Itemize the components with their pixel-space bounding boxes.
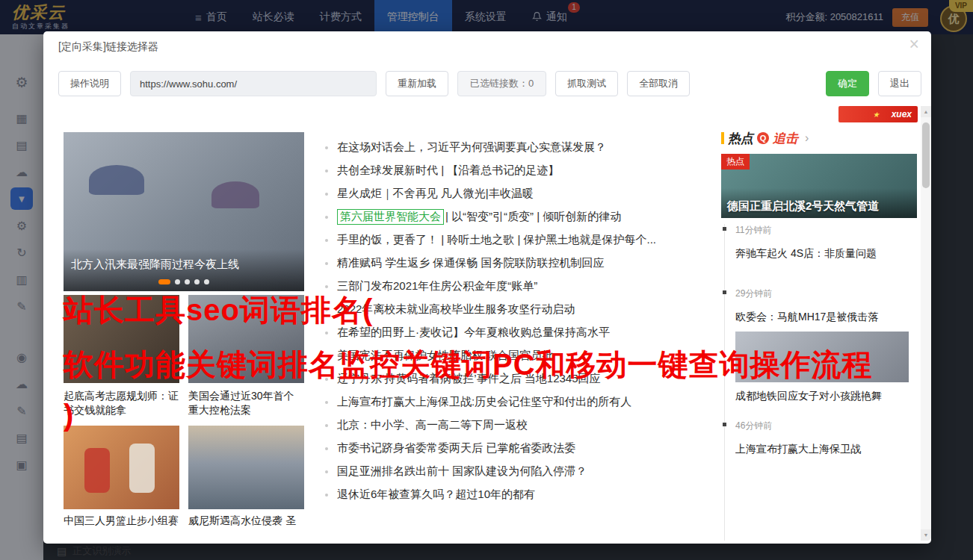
bullet-icon	[325, 494, 328, 497]
timeline-timestamp: 11分钟前	[735, 224, 912, 237]
help-button[interactable]: 操作说明	[58, 71, 121, 96]
carousel-dot[interactable]	[194, 279, 200, 284]
news-link[interactable]: 共创全球发展新时代 | 【沿着总书记的足迹】	[325, 159, 719, 182]
news-link[interactable]: 美国宪法不再保护女性堕胎权 联合国官员批	[325, 344, 719, 367]
timeline-link[interactable]: 欧委会：马航MH17是被俄击落	[735, 311, 912, 324]
carousel-dots	[64, 279, 304, 284]
news-image[interactable]	[188, 295, 304, 383]
carousel-dot[interactable]	[185, 279, 190, 284]
news-list: 在这场对话会上，习近平为何强调要真心实意谋发展？ 共创全球发展新时代 | 【沿着…	[325, 136, 719, 506]
bullet-icon	[325, 216, 328, 219]
hot-main-card[interactable]: 热点 德国正重启北溪2号天然气管道	[721, 154, 917, 218]
bullet-icon	[325, 262, 328, 265]
news-image[interactable]	[64, 295, 179, 383]
news-link[interactable]: 上海宣布打赢大上海保卫战:历史会记住坚守和付出的所有人	[325, 391, 719, 414]
reload-button[interactable]: 重新加载	[386, 71, 448, 96]
cancel-all-button[interactable]: 全部取消	[627, 71, 690, 96]
vertical-scrollbar[interactable]: ▲ ▼	[921, 106, 931, 541]
bullet-icon	[325, 447, 328, 450]
bullet-icon	[325, 355, 328, 358]
hot-panel: 热点 Q 追击 › 热点 德国正重启北溪2号天然气管道 11分钟前 奔驰车起火 …	[721, 130, 917, 146]
hot-title-suffix: 追击	[773, 130, 798, 147]
bullet-icon	[325, 146, 328, 149]
news-link[interactable]: 2022年离校未就业高校毕业生服务攻坚行动启动	[325, 298, 719, 321]
news-card-title[interactable]: 美国会通过近30年首个重大控枪法案	[188, 389, 304, 417]
news-link[interactable]: 星火成炬｜不舍再见 凡人微光|丰收温暖	[325, 182, 719, 205]
selected-count: 已选链接数：0	[457, 71, 546, 96]
news-link[interactable]: 退休近6年被查算久吗？超过10年的都有	[325, 483, 719, 506]
timeline-link[interactable]: 上海宣布打赢大上海保卫战	[735, 443, 912, 456]
news-link[interactable]: 市委书记跻身省委常委两天后 已掌舵省委政法委	[325, 437, 719, 460]
bullet-icon	[325, 308, 328, 311]
carousel-dot[interactable]	[204, 279, 209, 284]
modal-title: [定向采集]链接选择器	[58, 40, 158, 54]
bullet-icon	[325, 470, 328, 473]
bullet-icon	[325, 285, 328, 288]
news-link-selected[interactable]: 第六届世界智能大会 | 以“智变”引“质变” | 倾听创新的律动	[325, 205, 719, 228]
hot-title-prefix: 热点	[728, 130, 753, 147]
news-card-title[interactable]: 威尼斯遇高水位侵袭 圣	[188, 514, 305, 528]
url-input[interactable]	[130, 71, 377, 96]
news-link[interactable]: 在希望的田野上·麦收记】今年夏粮收购总量保持高水平	[325, 321, 719, 344]
hot-tag: 热点	[721, 154, 750, 169]
news-link[interactable]: 三部门发布2021年住房公积金年度“账单”	[325, 275, 719, 298]
news-card-title[interactable]: 中国三人男篮止步小组赛	[64, 514, 183, 528]
scrollbar-thumb[interactable]	[922, 122, 930, 188]
timeline-link[interactable]: 奔驰车起火 4S店：非质量问题	[735, 247, 912, 261]
accent-bar	[721, 132, 724, 144]
scroll-down-icon[interactable]: ▼	[921, 529, 931, 541]
link-selector-modal: [定向采集]链接选择器 × 操作说明 重新加载 已选链接数：0 抓取测试 全部取…	[43, 31, 931, 544]
news-link[interactable]: 在这场对话会上，习近平为何强调要真心实意谋发展？	[325, 136, 719, 159]
exit-button[interactable]: 退出	[878, 71, 921, 96]
news-link[interactable]: 国足亚洲排名跌出前十 国家队建设为何陷入停滞？	[325, 460, 719, 483]
bullet-icon	[325, 424, 328, 427]
hot-timeline: 11分钟前 奔驰车起火 4S店：非质量问题 29分钟前 欧委会：马航MH17是被…	[724, 224, 912, 541]
promo-banner-text: xuex	[892, 109, 912, 119]
news-link[interactable]: 精准赋码 学生返乡 保通保畅 国务院联防联控机制回应	[325, 252, 719, 275]
bullet-icon	[325, 401, 328, 404]
news-thumbnail[interactable]	[735, 332, 909, 382]
close-icon[interactable]: ×	[909, 34, 919, 55]
star-icon: ★	[873, 111, 880, 119]
page-preview: ★ xuex 北方入汛来最强降雨过程今夜上线 在这场对话会上，习近平为何强调要真…	[43, 106, 931, 541]
timeline-timestamp: 29分钟前	[735, 287, 912, 300]
news-card-title[interactable]: 起底高考志愿规划师：证书交钱就能拿	[64, 389, 179, 417]
selected-link-highlight: 第六届世界智能大会	[337, 209, 444, 225]
confirm-button[interactable]: 确定	[826, 71, 869, 96]
scroll-up-icon[interactable]: ▲	[921, 106, 931, 117]
carousel-caption: 北方入汛来最强降雨过程今夜上线	[71, 258, 239, 272]
bullet-icon	[325, 239, 328, 242]
bullet-icon	[325, 169, 328, 172]
carousel[interactable]: 北方入汛来最强降雨过程今夜上线	[64, 132, 304, 291]
promo-banner[interactable]: ★ xuex	[838, 106, 918, 122]
bullet-icon	[325, 193, 328, 196]
news-link[interactable]: 北京：中小学、高一高二等下周一返校	[325, 414, 719, 437]
news-image[interactable]	[188, 426, 304, 509]
hot-panel-header[interactable]: 热点 Q 追击 ›	[721, 130, 917, 146]
timeline-link[interactable]: 成都地铁回应女子对小孩跳艳舞	[735, 390, 912, 403]
chevron-right-icon: ›	[805, 131, 809, 145]
bullet-icon	[325, 378, 328, 381]
carousel-dot[interactable]	[175, 279, 180, 284]
timeline-timestamp: 46分钟前	[735, 420, 912, 432]
hot-card-caption: 德国正重启北溪2号天然气管道	[727, 199, 879, 214]
news-link[interactable]: 辽宁丹东‘持黄码者着病被拦’事件之后 当地12345回应	[325, 367, 719, 391]
fetch-test-button[interactable]: 抓取测试	[555, 71, 618, 96]
carousel-dot-active[interactable]	[158, 279, 170, 284]
hot-pursuit-icon: Q	[757, 132, 769, 144]
news-link[interactable]: 手里的饭，更香了！ | 聆听土地之歌 | 保护黑土地就是保护每个...	[325, 228, 719, 252]
news-image[interactable]	[64, 426, 179, 509]
modal-toolbar: 操作说明 重新加载 已选链接数：0 抓取测试 全部取消 确定 退出	[58, 71, 921, 96]
bullet-icon	[325, 332, 328, 335]
carousel-caption-bar: 北方入汛来最强降雨过程今夜上线	[64, 249, 304, 291]
